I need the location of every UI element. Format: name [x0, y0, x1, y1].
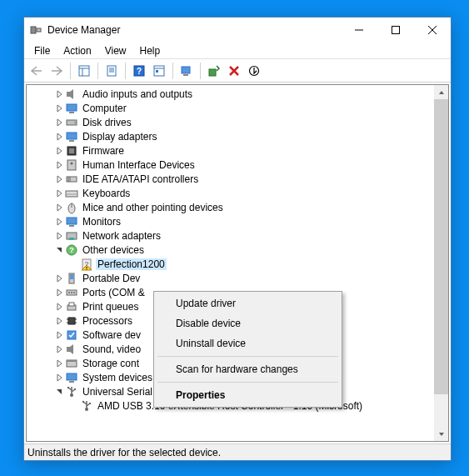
ctx-properties[interactable]: Properties	[156, 385, 340, 405]
node-label[interactable]: IDE ATA/ATAPI controllers	[81, 173, 200, 185]
collapse-icon[interactable]	[53, 386, 65, 398]
node-label[interactable]: Mice and other pointing devices	[81, 202, 225, 213]
ctx-scan-hardware[interactable]: Scan for hardware changes	[156, 359, 340, 379]
expand-icon[interactable]	[53, 88, 65, 100]
node-label[interactable]: Computer	[81, 103, 128, 114]
node-label[interactable]: Software dev	[81, 329, 142, 341]
status-text: Uninstalls the driver for the selected d…	[27, 447, 221, 458]
expand-icon[interactable]	[53, 301, 65, 313]
expand-icon[interactable]	[53, 343, 65, 355]
ctx-uninstall-device[interactable]: Uninstall device	[156, 333, 340, 353]
tree-node[interactable]: IDE ATA/ATAPI controllers	[27, 172, 434, 186]
node-label[interactable]: Display adapters	[81, 131, 158, 143]
expand-icon[interactable]	[53, 117, 65, 128]
scan-hardware-button[interactable]	[177, 62, 196, 80]
node-label[interactable]: Keyboards	[81, 188, 132, 199]
tree-node[interactable]: Network adapters	[27, 228, 434, 243]
node-label[interactable]: System devices	[81, 372, 154, 383]
printer-icon	[65, 300, 78, 313]
tree-node[interactable]: Computer	[27, 101, 434, 115]
tree-node[interactable]: ?Other devices	[27, 243, 434, 257]
expand-icon[interactable]	[53, 287, 65, 298]
vertical-scrollbar[interactable]	[434, 85, 448, 441]
scroll-track[interactable]	[434, 99, 448, 427]
update-driver-button[interactable]	[205, 62, 223, 80]
back-button[interactable]	[27, 62, 46, 80]
titlebar: Device Manager	[24, 18, 451, 43]
tree-node[interactable]: Display adapters	[27, 129, 434, 143]
scroll-up-button[interactable]	[434, 85, 448, 99]
node-label[interactable]: Ports (COM &	[81, 287, 147, 298]
menu-action[interactable]: Action	[57, 43, 97, 58]
svg-rect-15	[154, 66, 164, 76]
forward-button[interactable]	[47, 62, 66, 80]
menu-view[interactable]: View	[98, 43, 133, 58]
tree-node[interactable]: Audio inputs and outputs	[27, 87, 434, 101]
node-label[interactable]: Sound, video	[81, 343, 142, 355]
svg-rect-0	[31, 27, 36, 33]
storage-icon	[65, 357, 78, 370]
expand-icon[interactable]	[53, 202, 65, 213]
minimize-button[interactable]	[341, 18, 377, 43]
help-button[interactable]: ?	[130, 62, 148, 80]
expand-icon[interactable]	[53, 159, 65, 171]
expand-icon[interactable]	[53, 372, 65, 383]
expand-icon[interactable]	[53, 145, 65, 157]
tree-node[interactable]: Portable Dev	[27, 271, 434, 285]
uninstall-button[interactable]	[225, 62, 243, 80]
disk-icon	[65, 116, 78, 129]
svg-rect-22	[67, 92, 70, 97]
expand-icon[interactable]	[68, 258, 80, 270]
menu-help[interactable]: Help	[133, 43, 167, 58]
tree-node[interactable]: Disk drives	[27, 115, 434, 129]
expand-icon[interactable]	[53, 358, 65, 369]
node-label[interactable]: Other devices	[81, 244, 146, 256]
expand-icon[interactable]	[53, 273, 65, 284]
disable-button[interactable]	[245, 62, 263, 80]
keyboard-icon	[65, 187, 78, 200]
menu-file[interactable]: File	[27, 43, 57, 58]
svg-text:?: ?	[69, 246, 74, 254]
svg-rect-58	[69, 303, 74, 306]
unknown-icon: ?	[80, 258, 93, 271]
expand-icon[interactable]	[53, 131, 65, 143]
expand-icon[interactable]	[53, 315, 65, 327]
system-icon	[65, 371, 78, 384]
ctx-disable-device[interactable]: Disable device	[156, 313, 340, 333]
svg-rect-19	[183, 74, 188, 76]
action-sheet-button[interactable]	[150, 62, 168, 80]
collapse-icon[interactable]	[53, 244, 65, 256]
scroll-down-button[interactable]	[434, 427, 448, 441]
node-label[interactable]: Print queues	[81, 301, 140, 313]
scroll-thumb[interactable]	[434, 99, 448, 394]
tree-node[interactable]: Firmware	[27, 143, 434, 158]
properties-icon-button[interactable]	[102, 62, 121, 80]
tree-node[interactable]: Keyboards	[27, 186, 434, 200]
window-title: Device Manager	[47, 24, 341, 36]
node-label[interactable]: Portable Dev	[81, 273, 142, 284]
node-label[interactable]: Human Interface Devices	[81, 159, 197, 171]
tree-node[interactable]: ?Perfection1200	[27, 257, 434, 271]
node-label[interactable]: Disk drives	[81, 117, 133, 128]
node-label[interactable]: Perfection1200	[96, 258, 167, 270]
node-label[interactable]: Storage cont	[81, 358, 141, 369]
show-hide-tree-button[interactable]	[75, 62, 93, 80]
close-button[interactable]	[414, 18, 451, 43]
expand-icon[interactable]	[53, 173, 65, 185]
node-label[interactable]: Monitors	[81, 216, 122, 228]
node-label[interactable]: Processors	[81, 315, 134, 327]
expand-icon[interactable]	[53, 188, 65, 199]
tree-node[interactable]: Monitors	[27, 214, 434, 228]
node-label[interactable]: Audio inputs and outputs	[81, 88, 194, 100]
node-label[interactable]: Network adapters	[81, 230, 162, 242]
tree-node[interactable]: Human Interface Devices	[27, 158, 434, 172]
expand-icon[interactable]	[53, 329, 65, 341]
expand-icon[interactable]	[53, 103, 65, 114]
node-label[interactable]: Firmware	[81, 145, 126, 157]
expand-icon[interactable]	[53, 216, 65, 228]
ctx-update-driver[interactable]: Update driver	[156, 293, 340, 313]
expand-icon[interactable]	[53, 230, 65, 242]
tree-node[interactable]: Mice and other pointing devices	[27, 200, 434, 214]
maximize-button[interactable]	[377, 18, 414, 43]
expand-icon[interactable]	[68, 400, 80, 412]
